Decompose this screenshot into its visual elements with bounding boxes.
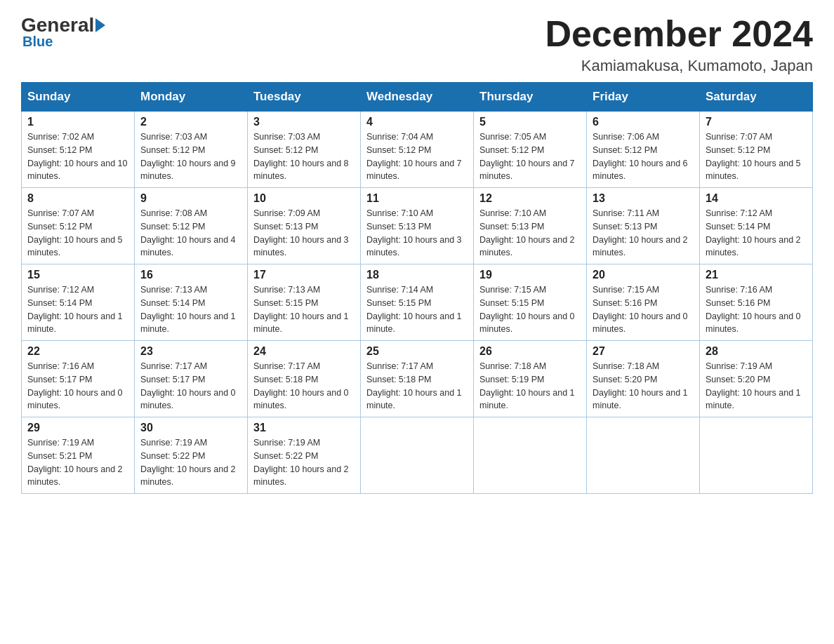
day-info: Sunrise: 7:19 AM Sunset: 5:22 PM Dayligh… xyxy=(253,436,355,489)
day-number: 20 xyxy=(593,269,694,281)
table-row xyxy=(587,417,700,494)
location-subtitle: Kamiamakusa, Kumamoto, Japan xyxy=(545,57,813,75)
day-info: Sunrise: 7:16 AM Sunset: 5:17 PM Dayligh… xyxy=(27,360,128,412)
table-row: 3 Sunrise: 7:03 AM Sunset: 5:12 PM Dayli… xyxy=(248,112,361,188)
day-info: Sunrise: 7:06 AM Sunset: 5:12 PM Dayligh… xyxy=(593,130,694,183)
day-info: Sunrise: 7:19 AM Sunset: 5:22 PM Dayligh… xyxy=(140,436,241,489)
day-info: Sunrise: 7:18 AM Sunset: 5:20 PM Dayligh… xyxy=(593,360,694,412)
day-info: Sunrise: 7:08 AM Sunset: 5:12 PM Dayligh… xyxy=(140,207,241,260)
table-row: 16 Sunrise: 7:13 AM Sunset: 5:14 PM Dayl… xyxy=(135,264,248,341)
day-info: Sunrise: 7:19 AM Sunset: 5:21 PM Dayligh… xyxy=(27,436,128,489)
calendar-week-row: 1 Sunrise: 7:02 AM Sunset: 5:12 PM Dayli… xyxy=(22,112,813,188)
calendar-table: Sunday Monday Tuesday Wednesday Thursday… xyxy=(21,82,813,494)
header-sunday: Sunday xyxy=(22,83,135,112)
table-row: 10 Sunrise: 7:09 AM Sunset: 5:13 PM Dayl… xyxy=(248,188,361,264)
day-info: Sunrise: 7:18 AM Sunset: 5:19 PM Dayligh… xyxy=(479,360,581,412)
table-row: 30 Sunrise: 7:19 AM Sunset: 5:22 PM Dayl… xyxy=(135,417,248,494)
day-number: 12 xyxy=(479,192,581,205)
day-number: 18 xyxy=(366,269,468,281)
day-number: 5 xyxy=(479,116,581,128)
logo-arrow-icon xyxy=(95,18,105,32)
day-info: Sunrise: 7:17 AM Sunset: 5:17 PM Dayligh… xyxy=(140,360,241,412)
table-row: 15 Sunrise: 7:12 AM Sunset: 5:14 PM Dayl… xyxy=(22,264,135,341)
table-row: 2 Sunrise: 7:03 AM Sunset: 5:12 PM Dayli… xyxy=(135,112,248,188)
day-info: Sunrise: 7:03 AM Sunset: 5:12 PM Dayligh… xyxy=(253,130,355,183)
day-number: 7 xyxy=(706,116,807,128)
day-info: Sunrise: 7:09 AM Sunset: 5:13 PM Dayligh… xyxy=(253,207,355,260)
header-wednesday: Wednesday xyxy=(361,83,474,112)
calendar-week-row: 8 Sunrise: 7:07 AM Sunset: 5:12 PM Dayli… xyxy=(22,188,813,264)
logo-blue-text: Blue xyxy=(22,34,53,50)
table-row: 20 Sunrise: 7:15 AM Sunset: 5:16 PM Dayl… xyxy=(587,264,700,341)
day-info: Sunrise: 7:12 AM Sunset: 5:14 PM Dayligh… xyxy=(706,207,807,260)
header-monday: Monday xyxy=(135,83,248,112)
calendar-week-row: 22 Sunrise: 7:16 AM Sunset: 5:17 PM Dayl… xyxy=(22,341,813,417)
day-number: 6 xyxy=(593,116,694,128)
table-row: 6 Sunrise: 7:06 AM Sunset: 5:12 PM Dayli… xyxy=(587,112,700,188)
day-number: 21 xyxy=(706,269,807,281)
day-info: Sunrise: 7:12 AM Sunset: 5:14 PM Dayligh… xyxy=(27,283,128,336)
table-row: 29 Sunrise: 7:19 AM Sunset: 5:21 PM Dayl… xyxy=(22,417,135,494)
day-number: 25 xyxy=(366,345,468,358)
table-row: 1 Sunrise: 7:02 AM Sunset: 5:12 PM Dayli… xyxy=(22,112,135,188)
day-number: 28 xyxy=(706,345,807,358)
table-row: 13 Sunrise: 7:11 AM Sunset: 5:13 PM Dayl… xyxy=(587,188,700,264)
table-row: 8 Sunrise: 7:07 AM Sunset: 5:12 PM Dayli… xyxy=(22,188,135,264)
day-number: 9 xyxy=(140,192,241,205)
day-number: 14 xyxy=(706,192,807,205)
day-number: 10 xyxy=(253,192,355,205)
day-info: Sunrise: 7:11 AM Sunset: 5:13 PM Dayligh… xyxy=(593,207,694,260)
day-number: 29 xyxy=(27,422,128,434)
table-row: 17 Sunrise: 7:13 AM Sunset: 5:15 PM Dayl… xyxy=(248,264,361,341)
table-row: 9 Sunrise: 7:08 AM Sunset: 5:12 PM Dayli… xyxy=(135,188,248,264)
day-number: 26 xyxy=(479,345,581,358)
day-info: Sunrise: 7:03 AM Sunset: 5:12 PM Dayligh… xyxy=(140,130,241,183)
day-number: 4 xyxy=(366,116,468,128)
header-saturday: Saturday xyxy=(700,83,813,112)
day-info: Sunrise: 7:13 AM Sunset: 5:15 PM Dayligh… xyxy=(253,283,355,336)
title-area: December 2024 Kamiamakusa, Kumamoto, Jap… xyxy=(545,14,813,75)
day-number: 19 xyxy=(479,269,581,281)
day-info: Sunrise: 7:10 AM Sunset: 5:13 PM Dayligh… xyxy=(366,207,468,260)
day-info: Sunrise: 7:16 AM Sunset: 5:16 PM Dayligh… xyxy=(706,283,807,336)
day-info: Sunrise: 7:05 AM Sunset: 5:12 PM Dayligh… xyxy=(479,130,581,183)
table-row: 31 Sunrise: 7:19 AM Sunset: 5:22 PM Dayl… xyxy=(248,417,361,494)
header: General Blue December 2024 Kamiamakusa, … xyxy=(21,14,813,75)
day-info: Sunrise: 7:07 AM Sunset: 5:12 PM Dayligh… xyxy=(706,130,807,183)
day-info: Sunrise: 7:02 AM Sunset: 5:12 PM Dayligh… xyxy=(27,130,128,183)
header-row: Sunday Monday Tuesday Wednesday Thursday… xyxy=(22,83,813,112)
header-tuesday: Tuesday xyxy=(248,83,361,112)
day-info: Sunrise: 7:07 AM Sunset: 5:12 PM Dayligh… xyxy=(27,207,128,260)
calendar-week-row: 15 Sunrise: 7:12 AM Sunset: 5:14 PM Dayl… xyxy=(22,264,813,341)
day-number: 13 xyxy=(593,192,694,205)
day-number: 22 xyxy=(27,345,128,358)
day-number: 17 xyxy=(253,269,355,281)
day-info: Sunrise: 7:04 AM Sunset: 5:12 PM Dayligh… xyxy=(366,130,468,183)
table-row: 27 Sunrise: 7:18 AM Sunset: 5:20 PM Dayl… xyxy=(587,341,700,417)
day-info: Sunrise: 7:10 AM Sunset: 5:13 PM Dayligh… xyxy=(479,207,581,260)
table-row: 26 Sunrise: 7:18 AM Sunset: 5:19 PM Dayl… xyxy=(474,341,587,417)
day-number: 8 xyxy=(27,192,128,205)
table-row xyxy=(474,417,587,494)
table-row: 25 Sunrise: 7:17 AM Sunset: 5:18 PM Dayl… xyxy=(361,341,474,417)
day-info: Sunrise: 7:15 AM Sunset: 5:16 PM Dayligh… xyxy=(593,283,694,336)
day-info: Sunrise: 7:14 AM Sunset: 5:15 PM Dayligh… xyxy=(366,283,468,336)
table-row: 5 Sunrise: 7:05 AM Sunset: 5:12 PM Dayli… xyxy=(474,112,587,188)
day-number: 11 xyxy=(366,192,468,205)
day-info: Sunrise: 7:15 AM Sunset: 5:15 PM Dayligh… xyxy=(479,283,581,336)
day-number: 31 xyxy=(253,422,355,434)
table-row: 12 Sunrise: 7:10 AM Sunset: 5:13 PM Dayl… xyxy=(474,188,587,264)
table-row: 24 Sunrise: 7:17 AM Sunset: 5:18 PM Dayl… xyxy=(248,341,361,417)
logo: General Blue xyxy=(21,14,107,50)
header-friday: Friday xyxy=(587,83,700,112)
table-row: 22 Sunrise: 7:16 AM Sunset: 5:17 PM Dayl… xyxy=(22,341,135,417)
day-info: Sunrise: 7:17 AM Sunset: 5:18 PM Dayligh… xyxy=(253,360,355,412)
day-number: 27 xyxy=(593,345,694,358)
calendar-week-row: 29 Sunrise: 7:19 AM Sunset: 5:21 PM Dayl… xyxy=(22,417,813,494)
day-info: Sunrise: 7:17 AM Sunset: 5:18 PM Dayligh… xyxy=(366,360,468,412)
day-number: 3 xyxy=(253,116,355,128)
day-number: 30 xyxy=(140,422,241,434)
day-number: 15 xyxy=(27,269,128,281)
day-info: Sunrise: 7:19 AM Sunset: 5:20 PM Dayligh… xyxy=(706,360,807,412)
day-number: 1 xyxy=(27,116,128,128)
